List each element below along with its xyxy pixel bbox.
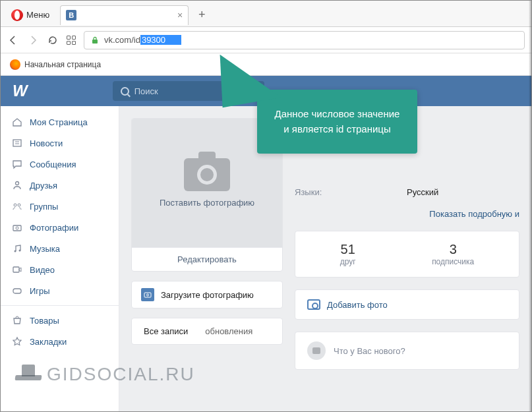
arrow-right-icon <box>28 35 38 45</box>
video-icon <box>11 264 23 276</box>
svg-point-8 <box>16 227 18 229</box>
svg-point-10 <box>19 250 21 252</box>
opera-logo-icon <box>11 9 23 21</box>
svg-point-9 <box>15 250 16 252</box>
add-photo-button[interactable]: Добавить фото <box>295 289 519 320</box>
svg-rect-0 <box>92 40 98 44</box>
menu-label: Меню <box>26 10 49 20</box>
sidebar-item-photos[interactable]: Фотографии <box>1 217 119 238</box>
reload-button[interactable] <box>47 34 59 46</box>
camera-placeholder-icon <box>184 158 230 191</box>
new-post-input[interactable]: Что у Вас нового? <box>295 332 519 370</box>
languages-label: Языки: <box>295 187 407 197</box>
sidebar-item-friends[interactable]: Друзья <box>1 175 119 196</box>
sidebar: Моя Страница Новости Сообщения Друзья Гр… <box>1 106 119 411</box>
nav-back-button[interactable] <box>7 34 19 46</box>
svg-point-4 <box>16 182 19 185</box>
home-icon <box>11 116 23 128</box>
sidebar-item-games[interactable]: Игры <box>1 280 119 301</box>
languages-value: Русский <box>407 187 438 197</box>
arrow-left-icon <box>8 35 18 45</box>
edit-button[interactable]: Редактировать <box>132 247 282 271</box>
svg-point-5 <box>14 204 16 206</box>
music-icon <box>11 243 23 254</box>
camera-outline-icon <box>307 299 320 310</box>
message-icon <box>11 158 23 170</box>
svg-point-14 <box>147 294 149 296</box>
show-detail-link[interactable]: Показать подробную и <box>295 197 519 219</box>
upload-camera-icon <box>141 288 154 301</box>
sidebar-item-messages[interactable]: Сообщения <box>1 154 119 175</box>
vk-logo-icon[interactable]: W <box>13 82 27 100</box>
reload-icon <box>47 35 58 45</box>
sidebar-item-market[interactable]: Товары <box>1 310 119 331</box>
stat-subscribers[interactable]: 3 подписчика <box>432 242 474 266</box>
wall-tabs: Все записи обновления <box>131 318 283 345</box>
sidebar-item-my-page[interactable]: Моя Страница <box>1 111 119 132</box>
sidebar-item-bookmarks[interactable]: Закладки <box>1 331 119 352</box>
sidebar-item-groups[interactable]: Группы <box>1 196 119 217</box>
url-text: vk.com/id39300 <box>104 35 181 45</box>
right-column: Языки: Русский Показать подробную и 51 д… <box>295 118 519 399</box>
tab-close-icon[interactable]: × <box>177 10 183 20</box>
sidebar-item-video[interactable]: Видео <box>1 259 119 280</box>
friends-label: друг <box>340 257 356 266</box>
svg-rect-7 <box>13 225 21 231</box>
left-column: Поставить фотографию Редактировать Загру… <box>131 118 283 399</box>
post-placeholder: Что у Вас нового? <box>334 346 405 356</box>
lock-icon <box>91 36 99 44</box>
stat-friends[interactable]: 51 друг <box>340 242 356 266</box>
new-tab-button[interactable]: + <box>194 7 210 23</box>
avatar-placeholder-icon <box>307 341 326 360</box>
search-placeholder: Поиск <box>134 86 158 96</box>
annotation-callout: Данное числовое значение и является id с… <box>257 90 417 154</box>
svg-rect-11 <box>13 267 19 272</box>
opera-menu-button[interactable]: Меню <box>5 7 56 24</box>
sidebar-item-news[interactable]: Новости <box>1 132 119 154</box>
address-bar[interactable]: vk.com/id39300 <box>84 31 525 49</box>
upload-label: Загрузите фотографию <box>161 290 254 300</box>
svg-rect-12 <box>13 289 21 293</box>
svg-point-6 <box>18 204 20 206</box>
bookmark-item[interactable]: Начальная страница <box>24 60 101 69</box>
vk-favicon-icon: B <box>66 10 76 20</box>
stats-card: 51 друг 3 подписчика <box>295 231 519 278</box>
groups-icon <box>11 200 23 212</box>
languages-row: Языки: Русский <box>295 187 519 197</box>
games-icon <box>11 285 23 297</box>
add-photo-label: Добавить фото <box>327 300 388 310</box>
tab-all-posts[interactable]: Все записи <box>144 326 188 336</box>
put-photo-label: Поставить фотографию <box>160 198 254 208</box>
subs-label: подписчика <box>432 257 474 266</box>
browser-tab[interactable]: B × <box>60 5 189 25</box>
upload-photo-card[interactable]: Загрузите фотографию <box>131 281 283 309</box>
right-edge-shadow <box>529 1 531 411</box>
star-icon <box>11 336 23 347</box>
svg-rect-13 <box>144 293 151 297</box>
sidebar-item-music[interactable]: Музыка <box>1 238 119 259</box>
subs-count: 3 <box>432 242 474 257</box>
firefox-icon <box>10 59 20 70</box>
tab-updates[interactable]: обновления <box>205 326 252 336</box>
friends-count: 51 <box>340 242 356 257</box>
friends-icon <box>11 179 23 191</box>
camera-icon <box>11 221 23 233</box>
market-icon <box>11 314 23 326</box>
news-icon <box>11 137 23 149</box>
nav-forward-button <box>27 34 39 46</box>
svg-rect-1 <box>13 140 21 146</box>
sidebar-divider <box>1 305 119 306</box>
callout-text: Данное числовое значение и является id с… <box>275 108 400 134</box>
speed-dial-button[interactable] <box>67 36 76 45</box>
tab-bar: Меню B × + <box>1 1 531 27</box>
search-icon <box>121 87 129 96</box>
